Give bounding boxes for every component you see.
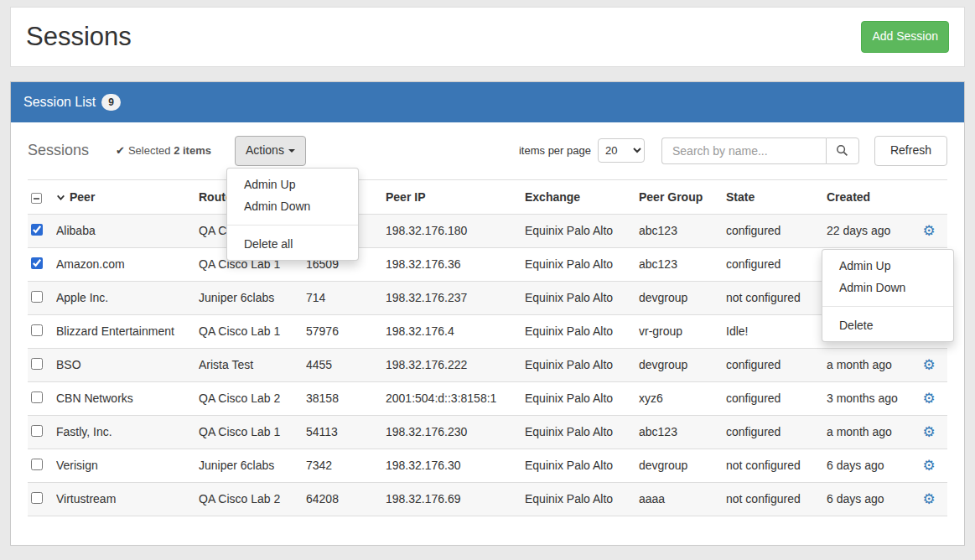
actions-menu-admin-down[interactable]: Admin Down <box>227 195 358 217</box>
row-checkbox[interactable] <box>31 291 43 303</box>
cell-created: 3 months ago <box>827 381 910 415</box>
items-per-page-select[interactable]: 20 <box>598 138 645 163</box>
cell-peer-group: abc123 <box>639 214 726 247</box>
cell-router: Arista Test <box>199 348 306 381</box>
cell-peer: Amazon.com <box>56 247 199 281</box>
cell-asn: 57976 <box>306 314 386 348</box>
actions-menu-delete-all[interactable]: Delete all <box>227 233 358 255</box>
cell-peer: CBN Networks <box>56 381 199 415</box>
row-menu-admin-up[interactable]: Admin Up <box>822 255 953 277</box>
cell-created: a month ago <box>827 348 910 381</box>
search-icon <box>836 144 848 157</box>
row-checkbox[interactable] <box>31 391 43 403</box>
panel-body: Sessions ✔Selected 2 items Actions Admin… <box>11 122 964 545</box>
sessions-table: Peer Router ASN Peer IP Exchange Peer Gr… <box>28 179 947 516</box>
table-row: Apple Inc. Juniper 6clabs 714 198.32.176… <box>28 281 947 314</box>
row-settings-gear-icon[interactable]: ⚙ <box>922 457 935 474</box>
cell-router: Juniper 6clabs <box>199 449 306 482</box>
select-all-checkbox[interactable] <box>31 193 42 204</box>
cell-exchange: Equinix Palo Alto <box>525 247 639 281</box>
cell-exchange: Equinix Palo Alto <box>525 482 639 516</box>
caret-down-icon <box>288 149 295 153</box>
row-checkbox[interactable] <box>31 358 43 370</box>
cell-router: Juniper 6clabs <box>199 281 306 314</box>
row-context-menu: Admin Up Admin Down Delete <box>822 249 954 342</box>
cell-state: Idle! <box>726 314 827 348</box>
table-header-row: Peer Router ASN Peer IP Exchange Peer Gr… <box>28 179 947 214</box>
column-header-peer-ip[interactable]: Peer IP <box>386 179 525 214</box>
cell-peer-group: aaaa <box>639 482 726 516</box>
row-menu-delete[interactable]: Delete <box>822 314 953 336</box>
page-header: Sessions Add Session <box>10 7 965 67</box>
cell-asn: 714 <box>306 281 386 314</box>
row-checkbox[interactable] <box>31 324 43 336</box>
selected-label: Selected <box>128 144 174 157</box>
row-settings-gear-icon[interactable]: ⚙ <box>922 423 935 440</box>
panel-title: Session List <box>23 95 96 109</box>
cell-exchange: Equinix Palo Alto <box>525 449 639 482</box>
cell-state: configured <box>726 247 827 281</box>
search-group <box>661 137 859 164</box>
row-settings-gear-icon[interactable]: ⚙ <box>922 390 935 407</box>
cell-asn: 54113 <box>306 415 386 449</box>
cell-exchange: Equinix Palo Alto <box>525 348 639 381</box>
table-row: Alibaba QA Cisco Lab 1 198.32.176.180 Eq… <box>28 214 947 247</box>
table-row: Fastly, Inc. QA Cisco Lab 1 54113 198.32… <box>28 415 947 449</box>
cell-exchange: Equinix Palo Alto <box>525 281 639 314</box>
cell-peer-ip: 198.32.176.230 <box>386 415 525 449</box>
column-header-exchange[interactable]: Exchange <box>525 179 639 214</box>
cell-peer: Verisign <box>56 449 199 482</box>
cell-asn: 4455 <box>306 348 386 381</box>
cell-peer: BSO <box>56 348 199 381</box>
cell-router: QA Cisco Lab 2 <box>199 482 306 516</box>
cell-peer: Virtustream <box>56 482 199 516</box>
cell-router: QA Cisco Lab 1 <box>199 314 306 348</box>
table-row: Virtustream QA Cisco Lab 2 64208 198.32.… <box>28 482 947 516</box>
actions-button[interactable]: Actions <box>235 136 306 166</box>
actions-dropdown-wrap: Actions Admin Up Admin Down Delete all <box>235 136 306 166</box>
column-header-peer-group[interactable]: Peer Group <box>639 179 726 214</box>
search-input[interactable] <box>661 137 826 164</box>
cell-created: 6 days ago <box>827 482 910 516</box>
column-header-peer[interactable]: Peer <box>56 179 199 214</box>
sort-desc-chevron-icon <box>56 193 65 202</box>
cell-peer: Blizzard Entertainment <box>56 314 199 348</box>
actions-menu-admin-up[interactable]: Admin Up <box>227 174 358 195</box>
cell-peer: Alibaba <box>56 214 199 247</box>
items-per-page-label: items per page <box>519 144 591 157</box>
cell-asn: 38158 <box>306 381 386 415</box>
actions-menu: Admin Up Admin Down Delete all <box>226 168 359 261</box>
table-row: Verisign Juniper 6clabs 7342 198.32.176.… <box>28 449 947 482</box>
column-header-settings <box>910 179 947 214</box>
cell-peer-group: vr-group <box>639 314 726 348</box>
cell-peer: Apple Inc. <box>56 281 199 314</box>
row-checkbox[interactable] <box>31 224 43 236</box>
column-header-state[interactable]: State <box>726 179 827 214</box>
column-header-created[interactable]: Created <box>827 179 910 214</box>
refresh-button[interactable]: Refresh <box>874 136 947 166</box>
search-button[interactable] <box>826 137 859 164</box>
row-settings-gear-icon[interactable]: ⚙ <box>922 490 935 507</box>
cell-exchange: Equinix Palo Alto <box>525 314 639 348</box>
add-session-button[interactable]: Add Session <box>861 21 949 53</box>
row-checkbox[interactable] <box>31 257 43 269</box>
cell-peer-group: xyz6 <box>639 381 726 415</box>
row-settings-gear-icon[interactable]: ⚙ <box>922 222 935 239</box>
cell-peer-ip: 198.32.176.69 <box>386 482 525 516</box>
selected-items-status: ✔Selected 2 items <box>116 144 211 157</box>
cell-peer: Fastly, Inc. <box>56 415 199 449</box>
row-menu-admin-down[interactable]: Admin Down <box>822 277 953 298</box>
row-checkbox[interactable] <box>31 459 43 470</box>
cell-exchange: Equinix Palo Alto <box>525 381 639 415</box>
cell-asn: 7342 <box>306 449 386 482</box>
table-toolbar: Sessions ✔Selected 2 items Actions Admin… <box>28 136 947 166</box>
table-row: BSO Arista Test 4455 198.32.176.222 Equi… <box>28 348 947 381</box>
row-checkbox[interactable] <box>31 425 43 437</box>
row-checkbox[interactable] <box>31 492 43 504</box>
cell-exchange: Equinix Palo Alto <box>525 415 639 449</box>
cell-asn: 64208 <box>306 482 386 516</box>
cell-created: 6 days ago <box>827 449 910 482</box>
cell-peer-group: abc123 <box>639 415 726 449</box>
cell-peer-ip: 198.32.176.36 <box>386 247 525 281</box>
row-settings-gear-icon[interactable]: ⚙ <box>922 356 935 373</box>
